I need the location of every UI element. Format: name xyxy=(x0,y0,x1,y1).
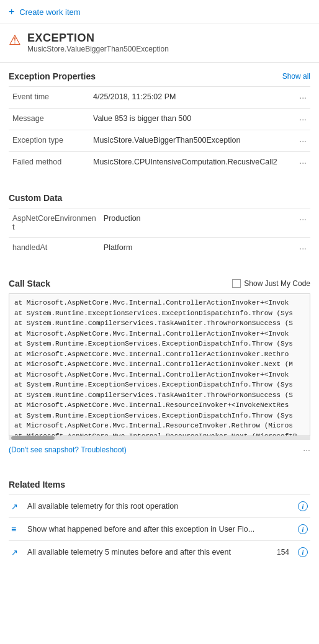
callstack-section: Call Stack Show Just My Code at Microsof… xyxy=(0,270,319,440)
callstack-line: at Microsoft.AspNetCore.Mvc.Internal.Res… xyxy=(14,421,305,431)
related-item-text: All available telemetry 5 minutes before… xyxy=(27,548,272,557)
table-row: AspNetCoreEnvironmen t Production ··· xyxy=(9,208,310,238)
info-icon[interactable]: i xyxy=(298,524,308,534)
related-item-icon: ↗ xyxy=(11,548,22,557)
snapshot-dots[interactable]: ··· xyxy=(303,445,310,455)
callstack-line: at Microsoft.AspNetCore.Mvc.Internal.Con… xyxy=(14,349,305,360)
prop-key: handledAt xyxy=(9,238,100,259)
related-items-section: Related Items ↗ All available telemetry … xyxy=(0,471,319,563)
related-items-title: Related Items xyxy=(9,480,310,490)
callstack-line: at System.Runtime.CompilerServices.TaskA… xyxy=(14,318,305,329)
callstack-line: at Microsoft.AspNetCore.Mvc.Internal.Con… xyxy=(14,298,305,308)
related-item[interactable]: ↗ All available telemetry for this root … xyxy=(9,494,310,517)
callstack-title: Call Stack xyxy=(9,279,50,288)
exception-block: ⚠ EXCEPTION MusicStore.ValueBiggerThan50… xyxy=(0,24,319,63)
related-item-count: 154 xyxy=(277,548,289,557)
callstack-line: at Microsoft.AspNetCore.Mvc.Internal.Res… xyxy=(14,431,305,437)
table-row: Failed method MusicStore.CPUIntensiveCom… xyxy=(9,152,310,174)
callstack-scrollbar-thumb xyxy=(11,436,55,440)
related-item-text: Show what happened before and after this… xyxy=(27,525,293,534)
prop-value: Value 853 is bigger than 500 xyxy=(89,109,295,130)
exception-properties-title: Exception Properties xyxy=(9,71,96,81)
prop-value: Platform xyxy=(100,238,295,259)
related-item-text: All available telemetry for this root op… xyxy=(27,502,293,511)
prop-dots[interactable]: ··· xyxy=(295,109,310,130)
callstack-scrollbar xyxy=(9,436,310,440)
info-icon[interactable]: i xyxy=(298,547,308,557)
prop-dots[interactable]: ··· xyxy=(295,208,310,238)
callstack-box[interactable]: at Microsoft.AspNetCore.Mvc.Internal.Con… xyxy=(9,293,310,436)
prop-value: Production xyxy=(100,208,295,238)
custom-data-table: AspNetCoreEnvironmen t Production ··· ha… xyxy=(9,208,310,259)
related-item-icon: ≡ xyxy=(11,524,22,534)
related-item[interactable]: ↗ All available telemetry 5 minutes befo… xyxy=(9,540,310,563)
callstack-line: at System.Runtime.ExceptionServices.Exce… xyxy=(14,380,305,390)
prop-value: MusicStore.CPUIntensiveComputation.Recus… xyxy=(89,152,295,174)
show-just-my-code-toggle[interactable]: Show Just My Code xyxy=(232,279,310,288)
info-icon[interactable]: i xyxy=(298,501,308,511)
prop-key: Failed method xyxy=(9,152,89,174)
snapshot-link[interactable]: (Don't see snapshot? Troubleshoot) xyxy=(9,445,127,454)
callstack-line: at Microsoft.AspNetCore.Mvc.Internal.Res… xyxy=(14,400,305,411)
warning-icon: ⚠ xyxy=(9,32,21,48)
prop-dots[interactable]: ··· xyxy=(295,87,310,109)
prop-key: AspNetCoreEnvironmen t xyxy=(9,208,100,238)
exception-properties-section: Exception Properties Show all Event time… xyxy=(0,63,319,173)
exception-title: EXCEPTION xyxy=(27,32,169,45)
callstack-line: at Microsoft.AspNetCore.Mvc.Internal.Con… xyxy=(14,370,305,380)
table-row: Message Value 853 is bigger than 500 ··· xyxy=(9,109,310,130)
show-just-my-code-checkbox[interactable] xyxy=(232,279,241,288)
callstack-line: at System.Runtime.CompilerServices.TaskA… xyxy=(14,390,305,401)
custom-data-title: Custom Data xyxy=(9,193,62,203)
callstack-line: at System.Runtime.ExceptionServices.Exce… xyxy=(14,339,305,349)
related-item-icon: ↗ xyxy=(11,502,22,511)
exception-properties-table: Event time 4/25/2018, 11:25:02 PM ··· Me… xyxy=(9,86,310,173)
exception-subtitle: MusicStore.ValueBiggerThan500Exception xyxy=(27,45,169,53)
callstack-line: at System.Runtime.ExceptionServices.Exce… xyxy=(14,411,305,421)
prop-dots[interactable]: ··· xyxy=(295,152,310,174)
header: + Create work item xyxy=(0,0,319,24)
show-all-link[interactable]: Show all xyxy=(282,72,310,81)
callstack-line: at System.Runtime.ExceptionServices.Exce… xyxy=(14,308,305,319)
prop-key: Message xyxy=(9,109,89,130)
prop-dots[interactable]: ··· xyxy=(295,238,310,259)
snapshot-row: (Don't see snapshot? Troubleshoot) ··· xyxy=(0,440,319,460)
prop-value: MusicStore.ValueBiggerThan500Exception xyxy=(89,130,295,152)
related-item[interactable]: ≡ Show what happened before and after th… xyxy=(9,517,310,540)
prop-dots[interactable]: ··· xyxy=(295,130,310,152)
callstack-line: at Microsoft.AspNetCore.Mvc.Internal.Con… xyxy=(14,329,305,339)
callstack-line: at Microsoft.AspNetCore.Mvc.Internal.Con… xyxy=(14,359,305,370)
custom-data-section: Custom Data AspNetCoreEnvironmen t Produ… xyxy=(0,184,319,259)
prop-value: 4/25/2018, 11:25:02 PM xyxy=(89,87,295,109)
prop-key: Event time xyxy=(9,87,89,109)
table-row: Event time 4/25/2018, 11:25:02 PM ··· xyxy=(9,87,310,109)
plus-icon: + xyxy=(9,6,14,17)
prop-key: Exception type xyxy=(9,130,89,152)
table-row: Exception type MusicStore.ValueBiggerTha… xyxy=(9,130,310,152)
create-work-item-link[interactable]: Create work item xyxy=(19,7,80,17)
show-just-my-code-label: Show Just My Code xyxy=(244,279,310,288)
table-row: handledAt Platform ··· xyxy=(9,238,310,259)
